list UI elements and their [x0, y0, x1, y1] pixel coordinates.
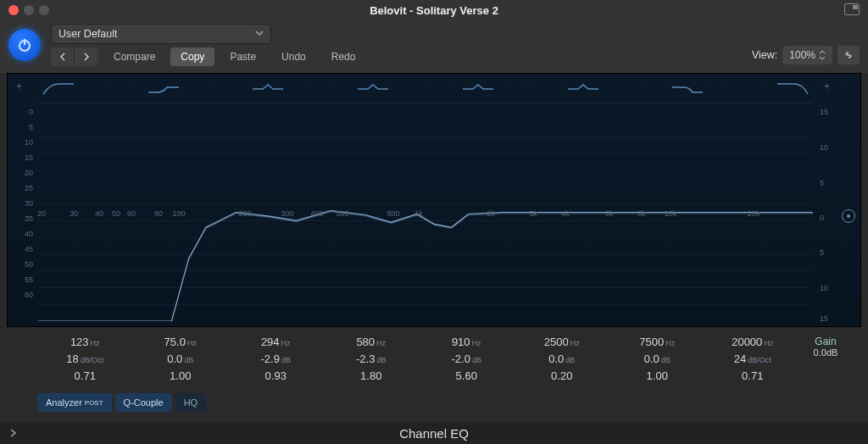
x-80: 80 — [154, 209, 163, 218]
compare-button[interactable]: Compare — [103, 47, 165, 66]
power-button[interactable] — [8, 29, 41, 61]
band-8-params[interactable]: 20000Hz 24dB/Oct 0.71 — [705, 336, 801, 386]
y-left-60: 60 — [13, 291, 33, 299]
stepper-arrows-icon — [819, 50, 826, 60]
footer-buttons: Analyzer POST Q-Couple HQ — [0, 391, 868, 419]
y-right-10a: 10 — [820, 143, 837, 152]
y-right-0: 0 — [820, 214, 837, 222]
band-icon-bell-1[interactable] — [248, 80, 288, 97]
y-left-45: 45 — [13, 245, 33, 253]
view-label: View: — [752, 49, 777, 61]
titlebar: Belovit - Solitary Verse 2 — [0, 0, 868, 20]
y-right-15a: 15 — [820, 108, 837, 116]
preset-name: User Default — [58, 28, 117, 40]
x-200: 200 — [238, 209, 251, 218]
y-right-5b: 5 — [820, 248, 837, 257]
eq-display[interactable]: + + 0 5 10 15 20 25 30 35 40 45 50 55 60… — [7, 73, 861, 327]
y-left-25: 25 — [13, 184, 33, 192]
band-icon-bell-2[interactable] — [353, 80, 393, 97]
x-60: 60 — [127, 209, 136, 218]
prev-preset-button[interactable] — [51, 47, 75, 66]
paste-button[interactable]: Paste — [220, 47, 266, 66]
zoom-stepper[interactable]: 100% — [782, 46, 832, 64]
band-4-params[interactable]: 580Hz -2.3dB 1.80 — [324, 336, 420, 386]
y-left-20: 20 — [13, 169, 33, 177]
x-400: 400 — [310, 209, 323, 218]
y-right-10b: 10 — [820, 284, 837, 292]
band-icon-highshelf[interactable] — [667, 80, 708, 97]
next-preset-button[interactable] — [75, 47, 98, 66]
preset-nav — [51, 47, 98, 66]
band-6-params[interactable]: 2500Hz 0.0dB 0.20 — [515, 336, 610, 386]
x-20: 20 — [37, 209, 46, 218]
zoom-value: 100% — [789, 49, 815, 61]
band-7-params[interactable]: 7500Hz 0.0dB 1.00 — [609, 336, 705, 386]
x-8k: 8k — [637, 209, 646, 218]
plugin-name: Channel EQ — [399, 426, 469, 441]
x-20k: 20k — [748, 209, 760, 218]
plugin-footer: Channel EQ — [0, 422, 868, 444]
x-4k: 4k — [561, 209, 570, 218]
band-2-params[interactable]: 75.0Hz 0.0dB 1.00 — [133, 336, 229, 386]
x-30: 30 — [70, 209, 78, 218]
y-left-0: 0 — [13, 108, 33, 116]
x-2k: 2k — [487, 209, 495, 218]
x-300: 300 — [281, 209, 293, 218]
redo-button[interactable]: Redo — [321, 47, 366, 66]
x-100: 100 — [172, 209, 185, 218]
x-10k: 10k — [665, 209, 677, 218]
plus-icon-left: + — [16, 80, 22, 92]
preset-dropdown[interactable]: User Default — [51, 24, 271, 44]
x-1k: 1k — [415, 209, 423, 218]
snapshot-icon[interactable] — [844, 3, 860, 15]
analyzer-button[interactable]: Analyzer POST — [37, 393, 112, 412]
band-params-row: 123Hz 18dB/Oct 0.71 75.0Hz 0.0dB 1.00 29… — [0, 327, 868, 391]
y-right-5a: 5 — [820, 179, 837, 187]
toolbar: User Default Compare Copy Paste Undo Red… — [0, 20, 868, 73]
x-3k: 3k — [529, 209, 537, 218]
y-left-40: 40 — [13, 230, 33, 238]
y-left-35: 35 — [13, 214, 33, 223]
hq-button[interactable]: HQ — [175, 393, 207, 412]
chevron-down-icon — [255, 28, 264, 40]
window-title: Belovit - Solitary Verse 2 — [0, 4, 868, 17]
band-icon-lowpass[interactable] — [772, 80, 813, 97]
band-icon-bell-3[interactable] — [458, 80, 498, 97]
x-50: 50 — [112, 209, 120, 218]
expand-footer-icon[interactable] — [8, 426, 19, 441]
y-left-10: 10 — [13, 138, 33, 147]
x-800: 800 — [387, 209, 399, 218]
band-5-params[interactable]: 910Hz -2.0dB 5.60 — [419, 336, 515, 386]
band-icon-lowshelf[interactable] — [143, 80, 184, 97]
band-icon-highpass[interactable] — [38, 80, 79, 97]
x-40: 40 — [95, 209, 103, 218]
master-gain-params[interactable]: Gain 0.0dB — [800, 336, 851, 386]
q-couple-button[interactable]: Q-Couple — [115, 393, 172, 412]
band-icon-bell-4[interactable] — [563, 80, 604, 97]
master-gain-handle[interactable] — [842, 209, 855, 223]
band-1-params[interactable]: 123Hz 18dB/Oct 0.71 — [37, 336, 133, 386]
y-left-5: 5 — [13, 123, 33, 131]
x-6k: 6k — [605, 209, 614, 218]
y-left-30: 30 — [13, 199, 33, 208]
y-left-50: 50 — [13, 260, 33, 269]
y-left-15: 15 — [13, 153, 33, 162]
copy-button[interactable]: Copy — [170, 47, 214, 66]
x-500: 500 — [336, 209, 348, 218]
band-3-params[interactable]: 294Hz -2.9dB 0.93 — [228, 336, 324, 386]
plus-icon-right: + — [824, 80, 830, 92]
link-button[interactable] — [837, 46, 860, 64]
band-type-row — [38, 80, 813, 97]
undo-button[interactable]: Undo — [271, 47, 316, 66]
y-right-15b: 15 — [820, 314, 837, 323]
y-left-55: 55 — [13, 275, 33, 284]
